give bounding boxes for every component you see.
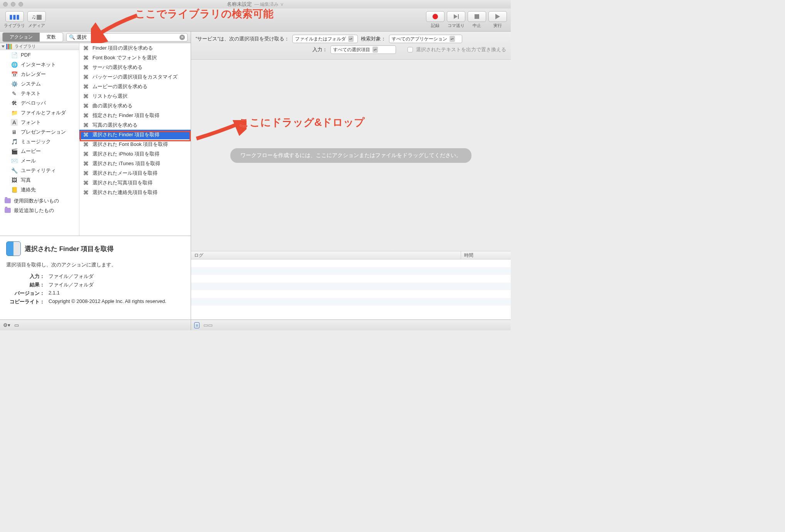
info-key: コピーライト： (6, 298, 45, 305)
category-icon: ✉️ (11, 157, 18, 164)
view-list-icon[interactable]: ≡ (194, 322, 200, 328)
library-item[interactable]: 🌐インターネット (0, 60, 79, 69)
receives-popup[interactable]: ファイルまたはフォルダ ▴▾ (292, 35, 358, 43)
action-item-label: 選択された連絡先項目を取得 (92, 189, 158, 196)
target-popup[interactable]: すべてのアプリケーション ▴▾ (389, 35, 462, 43)
category-icon: 🖼 (11, 177, 18, 184)
info-value: Copyright © 2008-2012 Apple Inc. All rig… (49, 298, 166, 305)
stop-button[interactable]: 中止 (468, 11, 486, 28)
action-item[interactable]: ⌘選択されたメール項目を取得 (79, 168, 191, 178)
close-icon[interactable] (3, 2, 8, 7)
action-item[interactable]: ⌘選択された写真項目を取得 (79, 178, 191, 187)
library-item[interactable]: 🛠デベロッパ (0, 98, 79, 108)
action-item[interactable]: ⌘曲の選択を求める (79, 101, 191, 110)
titlebar: 名称未設定 — 編集済み ∨ (0, 0, 511, 8)
action-item[interactable]: ⌘ムービーの選択を求める (79, 82, 191, 91)
action-item[interactable]: ⌘選択された連絡先項目を取得 (79, 187, 191, 197)
segment-variable[interactable]: 変数 (40, 33, 63, 42)
library-item[interactable]: ✉️メール (0, 156, 79, 166)
action-icon: ⌘ (82, 179, 89, 186)
category-icon: 🛠 (11, 100, 18, 107)
left-footer: ⚙︎▾ ▭ (0, 320, 191, 330)
panel-toggle-icon[interactable]: ▭ (14, 322, 19, 328)
input-popup[interactable]: すべての選択項目 ▴▾ (330, 45, 396, 54)
log-body (191, 259, 511, 320)
action-icon: ⌘ (82, 102, 89, 109)
minimize-icon[interactable] (11, 2, 15, 7)
library-item-label: メール (21, 157, 36, 164)
step-button[interactable]: コマ送り (447, 11, 465, 28)
disclosure-triangle-icon[interactable] (2, 45, 5, 48)
zoom-icon[interactable] (18, 2, 23, 7)
clear-icon[interactable]: ✕ (179, 35, 185, 40)
action-item[interactable]: ⌘Finder 項目の選択を求める (79, 43, 191, 53)
library-item-label: テキスト (21, 90, 41, 97)
library-item-label: 写真 (21, 177, 31, 184)
action-item[interactable]: ⌘選択された Font Book 項目を取得 (79, 139, 191, 149)
action-icon: ⌘ (82, 170, 89, 177)
library-item[interactable]: 🎵ミュージック (0, 137, 79, 146)
library-header[interactable]: ライブラリ (0, 43, 79, 50)
search-input[interactable] (77, 34, 178, 40)
library-item-label: インターネット (21, 61, 56, 68)
media-button[interactable]: ♫▦ メディア (27, 11, 46, 28)
library-button[interactable]: ▮▮▮ ライブラリ (4, 11, 25, 28)
library-item[interactable]: 🔧ユーティリティ (0, 166, 79, 175)
library-item[interactable]: 🎬ムービー (0, 146, 79, 156)
service-receives-label: "サービス"は、次の選択項目を受け取る： (196, 36, 289, 42)
library-item[interactable]: 📁ファイルとフォルダ (0, 108, 79, 117)
library-item[interactable]: 📅カレンダー (0, 69, 79, 79)
stop-icon (475, 14, 479, 19)
info-key: バージョン： (6, 290, 45, 297)
run-button[interactable]: 実行 (488, 11, 507, 28)
view-flow-icon[interactable]: ▭▭ (203, 322, 213, 328)
action-item[interactable]: ⌘Font Book でフォントを選択 (79, 53, 191, 62)
action-item[interactable]: ⌘選択された iPhoto 項目を取得 (79, 149, 191, 159)
step-icon (454, 14, 459, 19)
action-item[interactable]: ⌘指定された Finder 項目を取得 (79, 110, 191, 120)
actions-column[interactable]: ⌘Finder 項目の選択を求める⌘Font Book でフォントを選択⌘サーバ… (79, 43, 191, 236)
action-item-label: パッケージの選択項目をカスタマイズ (92, 74, 178, 80)
log-col-log[interactable]: ログ (191, 251, 461, 259)
smart-folder-item[interactable]: 使用回数が多いもの (0, 196, 79, 206)
info-panel: 選択された Finder 項目を取得 選択項目を取得し、次のアクションに渡します… (0, 236, 191, 320)
library-item[interactable]: Aフォント (0, 117, 79, 127)
library-item-label: システム (21, 80, 41, 87)
library-item[interactable]: 📒連絡先 (0, 185, 79, 194)
library-item[interactable]: 🖥プレゼンテーション (0, 127, 79, 137)
gear-icon[interactable]: ⚙︎▾ (3, 322, 10, 328)
action-item[interactable]: ⌘サーバの選択を求める (79, 62, 191, 72)
library-column[interactable]: ライブラリ 📄PDF🌐インターネット📅カレンダー⚙️システム✎テキスト🛠デベロッ… (0, 43, 79, 236)
title-subtitle[interactable]: — 編集済み ∨ (254, 1, 284, 8)
log-header: ログ 時間 (191, 251, 511, 259)
chevron-updown-icon: ▴▾ (372, 47, 378, 53)
action-item[interactable]: ⌘選択された Finder 項目を取得 (79, 130, 191, 139)
action-item-label: 選択された iPhoto 項目を取得 (92, 151, 159, 157)
library-item[interactable]: ⚙️システム (0, 79, 79, 89)
library-item[interactable]: 📄PDF (0, 50, 79, 60)
library-item[interactable]: ✎テキスト (0, 89, 79, 98)
replace-checkbox[interactable] (408, 47, 413, 52)
log-col-time[interactable]: 時間 (461, 251, 511, 259)
record-button[interactable]: 記録 (426, 11, 444, 28)
workflow-canvas[interactable]: ワークフローを作成するには、ここにアクションまたはファイルをドラッグしてください… (191, 60, 511, 251)
smart-folder-item[interactable]: 最近追加したもの (0, 206, 79, 215)
library-icon (6, 44, 13, 49)
category-icon: ✎ (11, 90, 18, 97)
category-icon: 📄 (11, 52, 18, 59)
traffic-lights (3, 2, 23, 7)
search-field[interactable]: 🔍 ✕ (66, 33, 188, 42)
library-item[interactable]: 🖼写真 (0, 175, 79, 185)
media-icon: ♫▦ (32, 13, 42, 20)
action-item[interactable]: ⌘パッケージの選択項目をカスタマイズ (79, 72, 191, 82)
library-item-label: カレンダー (21, 71, 46, 78)
action-item[interactable]: ⌘選択された iTunes 項目を取得 (79, 159, 191, 168)
segment-action[interactable]: アクション (3, 33, 40, 42)
window-title: 名称未設定 — 編集済み ∨ (227, 1, 284, 8)
action-item[interactable]: ⌘写真の選択を求める (79, 120, 191, 130)
library-item-label: フォント (21, 119, 41, 126)
segmented-control[interactable]: アクション 変数 (2, 32, 63, 42)
library-item-label: ムービー (21, 148, 41, 155)
action-icon: ⌘ (82, 45, 89, 52)
action-item[interactable]: ⌘リストから選択 (79, 91, 191, 101)
